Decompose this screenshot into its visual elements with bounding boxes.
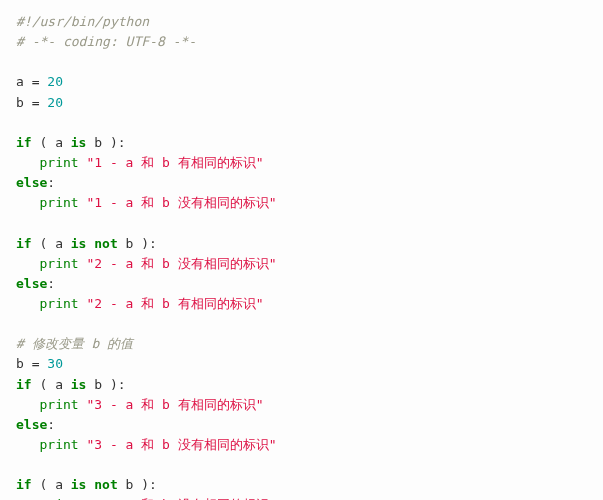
kw-print: print <box>39 195 78 210</box>
str-2a: "2 - a 和 b 没有相同的标识" <box>86 256 276 271</box>
val-20: 20 <box>47 74 63 89</box>
var-b: b <box>16 95 24 110</box>
var-b: b <box>16 356 24 371</box>
kw-if: if <box>16 135 32 150</box>
str-1b: "1 - a 和 b 没有相同的标识" <box>86 195 276 210</box>
str-3a: "3 - a 和 b 有相同的标识" <box>86 397 263 412</box>
kw-print: print <box>39 437 78 452</box>
kw-if: if <box>16 477 32 492</box>
kw-if: if <box>16 236 32 251</box>
val-30: 30 <box>47 356 63 371</box>
kw-else: else <box>16 276 47 291</box>
var-a: a <box>16 74 24 89</box>
str-1a: "1 - a 和 b 有相同的标识" <box>86 155 263 170</box>
shebang-line: #!/usr/bin/python <box>16 14 149 29</box>
kw-print: print <box>39 296 78 311</box>
kw-print: print <box>39 256 78 271</box>
kw-if: if <box>16 377 32 392</box>
kw-else: else <box>16 175 47 190</box>
kw-is-not: is not <box>71 236 118 251</box>
kw-else: else <box>16 417 47 432</box>
kw-print: print <box>39 155 78 170</box>
coding-line: # -*- coding: UTF-8 -*- <box>16 34 196 49</box>
str-2b: "2 - a 和 b 有相同的标识" <box>86 296 263 311</box>
kw-is: is <box>71 377 87 392</box>
kw-print: print <box>39 397 78 412</box>
kw-is: is <box>71 135 87 150</box>
str-3b: "3 - a 和 b 没有相同的标识" <box>86 437 276 452</box>
kw-is-not: is not <box>71 477 118 492</box>
comment-modify: # 修改变量 b 的值 <box>16 336 133 351</box>
code-block: #!/usr/bin/python # -*- coding: UTF-8 -*… <box>16 12 587 500</box>
val-20: 20 <box>47 95 63 110</box>
